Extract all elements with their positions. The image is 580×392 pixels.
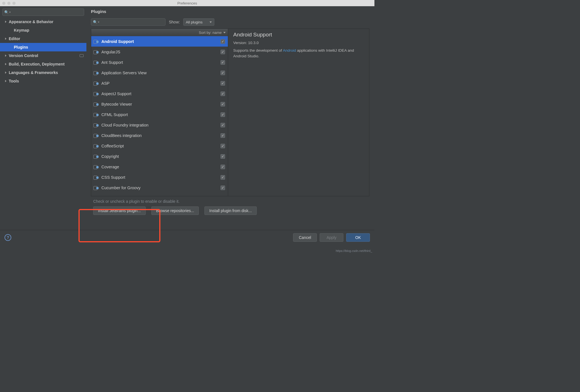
sidebar-search[interactable]: 🔍▾ <box>2 8 84 16</box>
plugin-enabled-checkbox[interactable] <box>221 50 225 54</box>
plugin-name: Coverage <box>101 165 218 169</box>
android-link[interactable]: Android <box>283 48 296 53</box>
sidebar-item-label: Build, Execution, Deployment <box>9 62 84 66</box>
plugin-row[interactable]: Coverage <box>91 162 228 172</box>
hint-text: Check or uncheck a plugin to enable or d… <box>91 199 369 204</box>
plugin-icon <box>93 102 99 106</box>
sidebar-item-tools[interactable]: Tools <box>0 77 86 85</box>
plugin-enabled-checkbox[interactable] <box>221 71 225 75</box>
sidebar-item-label: Tools <box>9 79 84 83</box>
plugin-enabled-checkbox[interactable] <box>221 123 225 127</box>
show-dropdown[interactable]: All plugins <box>183 18 214 26</box>
plugin-name: ASP <box>101 81 218 86</box>
plugin-detail-description: Supports the development of Android appl… <box>233 48 364 59</box>
help-icon[interactable]: ? <box>5 234 11 241</box>
plugin-row[interactable]: CSS Support <box>91 172 228 182</box>
plugin-row[interactable]: CloudBees integration <box>91 130 228 141</box>
plugin-row[interactable]: AngularJS <box>91 47 228 57</box>
sidebar-item-keymap[interactable]: Keymap <box>0 26 86 34</box>
plugin-icon <box>93 154 99 158</box>
plugin-detail-title: Android Support <box>233 32 364 38</box>
plugin-name: Ant Support <box>101 60 218 65</box>
plugin-enabled-checkbox[interactable] <box>221 81 225 86</box>
plugin-row[interactable]: Bytecode Viewer <box>91 99 228 109</box>
close-dot-icon[interactable] <box>2 2 5 5</box>
plugin-enabled-checkbox[interactable] <box>221 102 225 106</box>
plugin-enabled-checkbox[interactable] <box>221 112 225 117</box>
plugin-row[interactable]: Android Support <box>91 36 228 47</box>
plugin-actions: Install JetBrains plugin... Browse repos… <box>91 206 369 215</box>
plugin-enabled-checkbox[interactable] <box>221 133 225 138</box>
plugin-icon <box>93 134 99 138</box>
install-from-disk-button[interactable]: Install plugin from disk... <box>204 206 256 215</box>
plugin-enabled-checkbox[interactable] <box>221 154 225 159</box>
plugin-detail-version: Version: 10.3.0 <box>233 41 364 45</box>
plugin-detail-panel: Android Support Version: 10.3.0 Supports… <box>228 29 369 196</box>
plugin-row[interactable]: Cloud Foundry integration <box>91 120 228 130</box>
sidebar-item-label: Keymap <box>14 28 84 32</box>
plugin-enabled-checkbox[interactable] <box>221 165 225 169</box>
sort-label: Sort by: name <box>199 31 222 35</box>
plugin-row[interactable]: Copyright <box>91 151 228 162</box>
plugin-enabled-checkbox[interactable] <box>221 39 225 44</box>
plugin-row[interactable]: AspectJ Support <box>91 88 228 99</box>
search-icon: 🔍▾ <box>93 20 99 24</box>
window-title: Preferences <box>177 1 197 5</box>
sidebar-item-label: Version Control <box>9 53 80 58</box>
plugin-name: CSS Support <box>101 175 218 180</box>
plugin-name: Cloud Foundry integration <box>101 123 218 127</box>
plugin-icon <box>93 175 99 179</box>
plugin-name: Application Servers View <box>101 71 218 75</box>
sidebar-item-plugins[interactable]: Plugins <box>0 43 86 51</box>
plugin-name: Copyright <box>101 154 218 159</box>
plugin-row[interactable]: ASP <box>91 78 228 88</box>
install-jetbrains-button[interactable]: Install JetBrains plugin... <box>93 206 146 215</box>
plugin-enabled-checkbox[interactable] <box>221 60 225 65</box>
main-panel: Plugins 🔍▾ Show: All plugins Sort by: na… <box>86 6 374 230</box>
titlebar: Preferences <box>0 0 374 6</box>
plugin-icon <box>93 50 99 54</box>
plugin-row[interactable]: Cucumber for Groovy <box>91 182 228 193</box>
plugin-enabled-checkbox[interactable] <box>221 186 225 190</box>
sidebar-item-editor[interactable]: Editor <box>0 34 86 43</box>
sidebar-item-label: Plugins <box>14 45 84 49</box>
cancel-button[interactable]: Cancel <box>293 233 317 242</box>
sort-header[interactable]: Sort by: name <box>91 29 228 36</box>
triangle-right-icon <box>5 55 6 57</box>
triangle-right-icon <box>5 71 6 74</box>
plugin-enabled-checkbox[interactable] <box>221 144 225 148</box>
dropdown-value: All plugins <box>186 20 202 24</box>
ok-button[interactable]: OK <box>346 233 370 242</box>
plugin-enabled-checkbox[interactable] <box>221 175 225 180</box>
plugin-name: Cucumber for Groovy <box>101 186 218 190</box>
plugin-icon <box>93 113 99 117</box>
plugin-name: Android Support <box>101 39 218 44</box>
sidebar-item-label: Languages & Frameworks <box>9 70 84 75</box>
triangle-right-icon <box>5 80 6 82</box>
sidebar-item-version-control[interactable]: Version Control <box>0 51 86 60</box>
plugin-name: AspectJ Support <box>101 92 218 96</box>
plugin-row[interactable]: Ant Support <box>91 57 228 67</box>
plugin-enabled-checkbox[interactable] <box>221 92 225 96</box>
maximize-dot-icon[interactable] <box>12 2 16 5</box>
plugin-row[interactable]: CoffeeScript <box>91 141 228 151</box>
plugins-list-column: Sort by: name Android SupportAngularJSAn… <box>91 29 228 196</box>
browse-repositories-button[interactable]: Browse repositories... <box>151 206 199 215</box>
filter-row: 🔍▾ Show: All plugins <box>91 18 369 26</box>
sidebar-item-appearance-behavior[interactable]: Appearance & Behavior <box>0 18 86 26</box>
apply-button[interactable]: Apply <box>320 233 343 242</box>
sidebar-item-build-execution-deployment[interactable]: Build, Execution, Deployment <box>0 60 86 68</box>
minimize-dot-icon[interactable] <box>7 2 10 5</box>
traffic-lights[interactable] <box>2 2 16 5</box>
triangle-right-icon <box>5 63 6 65</box>
plugin-row[interactable]: CFML Support <box>91 109 228 120</box>
sidebar-item-label: Appearance & Behavior <box>9 19 84 24</box>
chevron-down-icon <box>210 21 212 23</box>
plugin-icon <box>93 123 99 127</box>
plugin-icon <box>93 71 99 75</box>
plugin-search-input[interactable]: 🔍▾ <box>91 18 165 26</box>
plugin-row[interactable]: Application Servers View <box>91 67 228 78</box>
plugin-name: Bytecode Viewer <box>101 102 218 106</box>
plugin-icon <box>93 165 99 169</box>
sidebar-item-languages-frameworks[interactable]: Languages & Frameworks <box>0 68 86 77</box>
